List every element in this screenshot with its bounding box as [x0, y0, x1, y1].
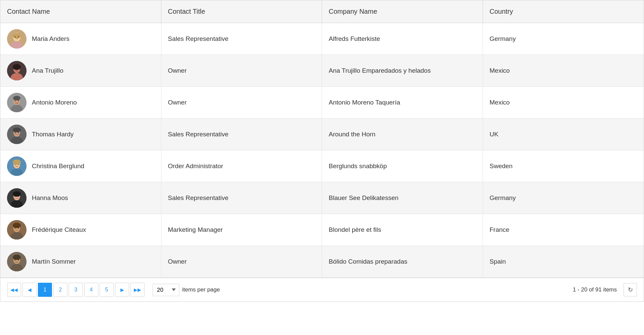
items-info-label: 1 - 20 of 91 items	[573, 286, 617, 293]
table-row-christina-berglund[interactable]: Christina Berglund Order Administrator B…	[0, 150, 644, 182]
cell-contact-title-hanna-moos: Sales Representative	[161, 182, 322, 214]
svg-point-19	[15, 103, 18, 104]
avatar-antonio-moreno	[7, 93, 26, 112]
svg-point-11	[15, 69, 16, 70]
cell-country-thomas-hardy: UK	[483, 119, 644, 150]
table-row-antonio-moreno[interactable]: Antonio Moreno Owner Antonio Moreno Taqu…	[0, 87, 644, 119]
contact-title-thomas-hardy: Sales Representative	[168, 131, 229, 138]
refresh-button[interactable]: ↻	[624, 283, 637, 296]
avatar-hanna-moos	[7, 188, 26, 208]
contact-name-maria-anders: Maria Anders	[32, 35, 69, 43]
svg-point-18	[18, 100, 19, 102]
table-row-martin-sommer[interactable]: Martín Sommer Owner Bólido Comidas prepa…	[0, 246, 644, 278]
cell-country-maria-anders: Germany	[483, 23, 644, 55]
svg-point-17	[15, 100, 16, 102]
contacts-table: Contact Name Contact Title Company Name …	[0, 0, 644, 302]
contact-title-hanna-moos: Sales Representative	[168, 194, 229, 202]
table-row-frederique-citeaux[interactable]: Frédérique Citeaux Marketing Manager Blo…	[0, 214, 644, 246]
country-christina-berglund: Sweden	[490, 162, 513, 170]
page-5-button[interactable]: 5	[100, 283, 114, 297]
country-maria-anders: Germany	[490, 35, 516, 43]
cell-contact-name-antonio-moreno: Antonio Moreno	[0, 87, 161, 118]
items-per-page-label: items per page	[182, 286, 220, 293]
company-name-martin-sommer: Bólido Comidas preparadas	[329, 258, 407, 265]
table-row-thomas-hardy[interactable]: Thomas Hardy Sales Representative Around…	[0, 119, 644, 150]
svg-point-6	[18, 37, 19, 38]
svg-point-46	[18, 228, 19, 229]
country-martin-sommer: Spain	[490, 258, 506, 265]
header-company-name: Company Name	[322, 0, 483, 23]
company-name-christina-berglund: Berglunds snabbköp	[329, 162, 387, 170]
page-4-button[interactable]: 4	[84, 283, 98, 297]
svg-point-45	[15, 228, 16, 229]
first-page-button[interactable]: ◀◀	[7, 283, 21, 297]
svg-point-24	[15, 132, 16, 133]
page-2-button[interactable]: 2	[53, 283, 67, 297]
cell-company-name-christina-berglund: Berglunds snabbköp	[322, 150, 483, 182]
table-row-ana-trujillo[interactable]: Ana Trujillo Owner Ana Trujillo Empareda…	[0, 55, 644, 87]
contact-name-frederique-citeaux: Frédérique Citeaux	[32, 226, 86, 233]
cell-country-martin-sommer: Spain	[483, 246, 644, 277]
svg-point-50	[13, 255, 21, 260]
items-per-page-select[interactable]: 10 20 50 100	[153, 284, 179, 296]
cell-country-hanna-moos: Germany	[483, 182, 644, 214]
contact-name-ana-trujillo: Ana Trujillo	[32, 67, 63, 74]
table-row-maria-anders[interactable]: Maria Anders Sales Representative Alfred…	[0, 23, 644, 55]
cell-contact-title-ana-trujillo: Owner	[161, 55, 322, 86]
last-page-button[interactable]: ▶▶	[130, 283, 145, 297]
page-3-button[interactable]: 3	[69, 283, 83, 297]
country-frederique-citeaux: France	[490, 226, 509, 233]
contact-name-christina-berglund: Christina Berglund	[32, 162, 84, 170]
cell-contact-name-thomas-hardy: Thomas Hardy	[0, 119, 161, 150]
cell-company-name-martin-sommer: Bólido Comidas preparadas	[322, 246, 483, 277]
company-name-thomas-hardy: Around the Horn	[329, 131, 375, 138]
cell-contact-title-antonio-moreno: Owner	[161, 87, 322, 118]
cell-company-name-ana-trujillo: Ana Trujillo Emparedados y helados	[322, 55, 483, 86]
cell-country-christina-berglund: Sweden	[483, 150, 644, 182]
cell-contact-name-frederique-citeaux: Frédérique Citeaux	[0, 214, 161, 246]
cell-contact-title-frederique-citeaux: Marketing Manager	[161, 214, 322, 246]
contact-title-martin-sommer: Owner	[168, 258, 187, 265]
avatar-frederique-citeaux	[7, 220, 26, 240]
contact-title-maria-anders: Sales Representative	[168, 35, 229, 43]
contact-title-antonio-moreno: Owner	[168, 99, 187, 106]
table-row-hanna-moos[interactable]: Hanna Moos Sales Representative Blauer S…	[0, 182, 644, 214]
cell-contact-name-ana-trujillo: Ana Trujillo	[0, 55, 161, 86]
company-name-frederique-citeaux: Blondel père et fils	[329, 226, 381, 233]
next-page-button[interactable]: ▶	[115, 283, 129, 297]
country-ana-trujillo: Mexico	[490, 67, 510, 74]
country-thomas-hardy: UK	[490, 131, 498, 138]
cell-country-frederique-citeaux: France	[483, 214, 644, 246]
svg-point-39	[15, 196, 16, 197]
company-name-ana-trujillo: Ana Trujillo Emparedados y helados	[329, 67, 431, 74]
svg-point-51	[15, 260, 16, 261]
contact-name-thomas-hardy: Thomas Hardy	[32, 131, 74, 138]
svg-point-23	[13, 128, 21, 132]
header-contact-name: Contact Name	[0, 0, 161, 23]
header-contact-title: Contact Title	[161, 0, 322, 23]
page-1-button[interactable]: 1	[38, 283, 52, 297]
contact-name-hanna-moos: Hanna Moos	[32, 194, 68, 202]
company-name-antonio-moreno: Antonio Moreno Taquería	[329, 99, 400, 106]
company-name-hanna-moos: Blauer See Delikatessen	[329, 194, 398, 202]
svg-point-12	[18, 69, 19, 70]
svg-point-4	[13, 33, 21, 39]
company-name-maria-anders: Alfreds Futterkiste	[329, 35, 380, 43]
avatar-christina-berglund	[7, 156, 26, 176]
cell-contact-name-hanna-moos: Hanna Moos	[0, 182, 161, 214]
svg-point-38	[13, 191, 21, 197]
cell-country-ana-trujillo: Mexico	[483, 55, 644, 86]
cell-contact-title-martin-sommer: Owner	[161, 246, 322, 277]
pagination-bar: ◀◀ ◀ 1 2 3 4 5 ▶ ▶▶ 10 20 50 100 items p…	[0, 278, 644, 302]
cell-company-name-antonio-moreno: Antonio Moreno Taquería	[322, 87, 483, 118]
table-body: Maria Anders Sales Representative Alfred…	[0, 23, 644, 278]
contact-title-ana-trujillo: Owner	[168, 67, 187, 74]
prev-page-button[interactable]: ◀	[22, 283, 37, 297]
contact-title-frederique-citeaux: Marketing Manager	[168, 226, 223, 233]
table-header: Contact Name Contact Title Company Name …	[0, 0, 644, 23]
cell-company-name-maria-anders: Alfreds Futterkiste	[322, 23, 483, 55]
cell-contact-name-martin-sommer: Martín Sommer	[0, 246, 161, 277]
cell-contact-title-maria-anders: Sales Representative	[161, 23, 322, 55]
cell-company-name-frederique-citeaux: Blondel père et fils	[322, 214, 483, 246]
svg-point-10	[13, 64, 21, 70]
